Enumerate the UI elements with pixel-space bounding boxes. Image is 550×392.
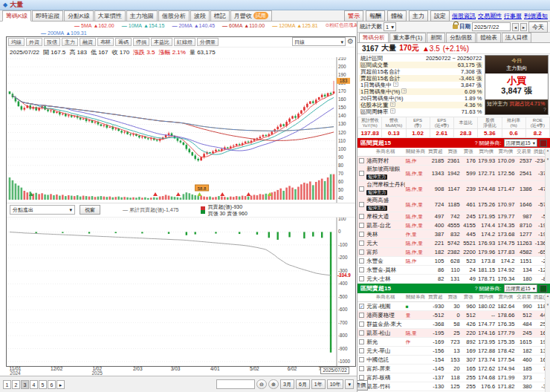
row-checkbox[interactable] — [359, 357, 364, 362]
row-checkbox[interactable] — [359, 321, 364, 327]
row-checkbox[interactable] — [359, 158, 364, 163]
buy-row-1[interactable]: 新加坡商瑞銀短沖主力隔,作,量13431942599172.71172.5625… — [358, 166, 550, 181]
sell-row-3[interactable]: 凱基-松山隔,量-19525220174.16177.79245161 — [358, 329, 550, 338]
today-button[interactable]: 今天 — [528, 22, 548, 33]
toolbar-button-2[interactable]: 體檢 — [387, 10, 407, 22]
flow-source-select[interactable]: 分點進出▾ — [10, 205, 75, 215]
chart-chip-9[interactable]: 紅綠燈 — [174, 38, 195, 46]
buy-row-4[interactable]: 摩根大通隔,作,量497742245171.95179.77987-52 — [358, 212, 550, 221]
page-button-6[interactable]: 6 — [48, 380, 56, 389]
main-tab-1[interactable]: 即時追蹤 — [32, 10, 63, 22]
zoom-out-button[interactable]: ⊖ — [256, 379, 267, 389]
page-button-4[interactable]: 4 — [30, 380, 38, 389]
sell-row-6[interactable]: 中國信託-154153307173.74177.54460163 — [358, 356, 550, 365]
row-checkbox[interactable] — [359, 232, 364, 237]
buy-row-10[interactable]: 永豐金-員林8611024181.15174.92134-120 — [358, 266, 550, 275]
page-button-3[interactable]: 3 — [21, 380, 29, 389]
page-button-1[interactable]: 1 — [3, 380, 11, 389]
gear-icon[interactable]: ⚙ — [347, 38, 354, 45]
range-button-3[interactable]: 10年 — [327, 379, 344, 389]
chart-chip-2[interactable]: 投信 — [44, 38, 60, 46]
help-icon[interactable]: ? — [543, 107, 546, 113]
toolbar-button-3[interactable]: 主力 — [409, 10, 428, 22]
row-checkbox[interactable] — [359, 258, 364, 264]
main-tab-2[interactable]: 分點K線 — [64, 10, 93, 22]
row-checkbox[interactable] — [359, 267, 364, 272]
row-checkbox[interactable] — [359, 241, 364, 246]
row-checkbox[interactable]: ✓ — [359, 304, 364, 309]
flow-window-button[interactable]: 視窗 — [80, 205, 100, 215]
main-tab-0[interactable]: 籌碼K線 — [2, 10, 31, 22]
row-checkbox[interactable] — [359, 330, 364, 336]
check-price-button[interactable]: 查價 — [358, 380, 368, 391]
price-volume-chart[interactable]: 2102001901801701601501401301201101009080… — [7, 57, 356, 203]
chart-chip-5[interactable]: 布林 — [97, 38, 114, 46]
row-checkbox[interactable] — [359, 348, 364, 353]
zoom-in-button[interactable]: ⊕ — [268, 379, 279, 389]
help-icon[interactable]: ? — [390, 108, 395, 114]
page-button-2[interactable]: 2 — [12, 380, 20, 389]
main-tab-7[interactable]: 標記 — [210, 10, 230, 22]
chart-chip-4[interactable]: 融資 — [80, 38, 96, 46]
header-link-0[interactable]: 個股資訊 — [452, 12, 476, 20]
sell-row-1[interactable]: 港商麥格理量-5120512--178.66512444 — [358, 311, 550, 320]
sell-key-broker-select[interactable]: 活躍賣超15▾ — [504, 284, 538, 293]
chart-chip-6[interactable]: 籌碼 — [115, 38, 132, 46]
broker-flow-chart[interactable]: 1000-100-200-300-400-500-600-700-800-900… — [7, 218, 356, 366]
row-checkbox[interactable] — [359, 313, 364, 318]
lock-icon[interactable] — [453, 24, 458, 29]
buy-row-5[interactable]: 凱基-台北隔,作,量40045554155174.4174.358710-194 — [358, 221, 550, 230]
buy-row-3[interactable]: 美商高盛短沖主力隔,作,量7241185461175.26170.971646-… — [358, 197, 550, 212]
row-checkbox[interactable] — [359, 249, 364, 255]
sell-row-2[interactable]: 群益金鼎-東大-36858426174.77176.35484252 — [358, 320, 550, 329]
sell-row-5[interactable]: 元大-華山-15613169172.88178.42182139 — [358, 347, 550, 356]
buy-key-broker-select[interactable]: 活躍買超15▾ — [504, 139, 538, 147]
sell-row-0[interactable]: ✓元富-桃園■-93030960180.02182.649901183 — [358, 302, 550, 311]
sell-row-9[interactable]: 凱基-竹科-130125255176.6171.82380-36 — [358, 382, 550, 391]
buy-table-settings-button[interactable] — [540, 140, 547, 147]
chart-chip-7[interactable]: 停損 — [133, 38, 149, 46]
panel-tab-0[interactable]: 籌碼分析 — [359, 33, 389, 42]
help-icon[interactable]: ? — [393, 82, 398, 87]
row-checkbox[interactable] — [359, 276, 364, 281]
panel-tab-2[interactable]: 新聞 — [427, 33, 445, 42]
buy-row-7[interactable]: 元大隔,作,量22157425521176.93174.7511263-1368 — [358, 239, 550, 248]
main-tab-3[interactable]: 大單慣性 — [94, 10, 126, 22]
panel-tab-3[interactable]: 分點個股 — [446, 33, 476, 42]
row-checkbox[interactable] — [359, 171, 364, 176]
toolbar-button-0[interactable]: 警示 — [344, 10, 363, 22]
quick-search-input[interactable] — [216, 379, 255, 389]
date-input[interactable]: 2025/7/22 — [472, 22, 511, 31]
panel-tab-5[interactable]: 法人目標 — [502, 33, 531, 42]
panel-tab-4[interactable]: 體檢表 — [476, 33, 501, 42]
help-icon[interactable]: ? — [401, 88, 407, 94]
buy-row-9[interactable]: 永豐金隔,作105628523173.8174.21151-22 — [358, 257, 550, 266]
toolbar-button-1[interactable]: 報酬 — [366, 10, 385, 22]
help-icon[interactable]: ? — [390, 102, 395, 107]
buy-row-6[interactable]: 美林作,量387832445174.2173.681277-194 — [358, 230, 550, 239]
stat-days-select[interactable]: 1▾ — [384, 22, 396, 31]
buy-row-2[interactable]: 台灣摩根士丹利短沖主力隔,作,量9081147239174.48171.4713… — [358, 181, 550, 197]
buy-row-11[interactable]: 元大-士林8213149178.71176.34180-82 — [358, 275, 550, 284]
buy-table-scrollbar[interactable]: ▴▾ — [545, 148, 550, 284]
prev-day-button[interactable]: ◂ — [512, 23, 519, 31]
more-ranges-button[interactable]: ▾ — [345, 379, 354, 389]
sell-table-scrollbar[interactable]: ▴▾ — [545, 293, 550, 392]
sell-table-settings-button[interactable] — [540, 285, 547, 293]
main-tab-8[interactable]: 月營收試用 — [230, 10, 272, 22]
sell-row-4[interactable]: 新光作-169723892173.95175.351615194 — [358, 338, 550, 347]
chart-chip-3[interactable]: 主力 — [62, 38, 78, 46]
toolbar-button-4[interactable]: 設定 — [430, 10, 450, 22]
range-button-0[interactable]: 3月 — [280, 379, 294, 389]
header-link-3[interactable]: 到價通知 — [524, 12, 548, 20]
row-checkbox[interactable] — [359, 214, 364, 219]
header-link-2[interactable]: 行事曆 — [504, 12, 522, 20]
row-checkbox[interactable] — [359, 202, 364, 207]
period-select[interactable]: 日線▾ — [292, 37, 346, 46]
panel-tab-1[interactable]: 重大事件(1) — [389, 33, 426, 42]
main-tab-6[interactable]: 波段 — [190, 10, 210, 22]
buy-row-0[interactable]: 港商野村隔,作21852361176179.93170.092537-2342 — [358, 157, 550, 166]
chart-chip-8[interactable]: 本益比 — [151, 38, 172, 46]
chart-chip-1[interactable]: 外資 — [26, 38, 42, 46]
row-checkbox[interactable] — [359, 186, 364, 192]
